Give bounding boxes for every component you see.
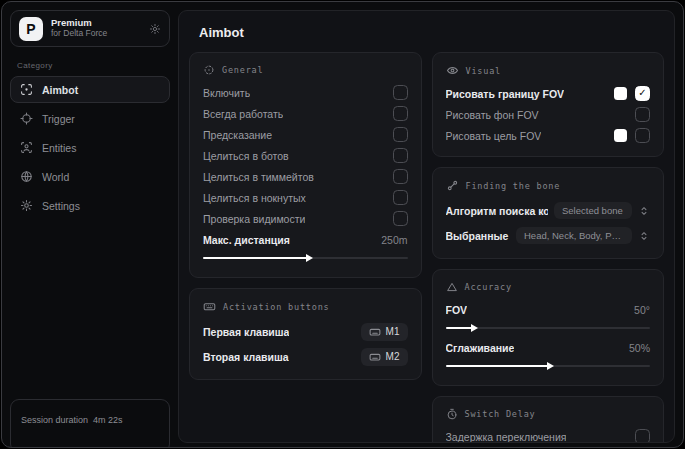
slider-value: 50% bbox=[629, 342, 650, 354]
checkbox[interactable] bbox=[393, 127, 408, 142]
visual-card: Visual Рисовать границу FOV ✓ Рисовать ф… bbox=[432, 52, 665, 157]
keyboard-icon bbox=[369, 326, 381, 338]
session-duration-value: 4m 22s bbox=[93, 415, 123, 448]
accuracy-card: Accuracy FOV 50° Сглаживание 50% bbox=[432, 269, 665, 386]
general-card: General Включить Всегда работать Предска… bbox=[189, 52, 422, 278]
unfold-icon[interactable] bbox=[638, 230, 650, 242]
sidebar-item-aimbot[interactable]: Aimbot bbox=[10, 76, 170, 103]
session-duration-box: Session duration 4m 22s bbox=[10, 399, 170, 448]
sidebar-item-label: World bbox=[42, 171, 69, 183]
sidebar-item-trigger[interactable]: Trigger bbox=[10, 105, 170, 132]
session-duration-label: Session duration bbox=[21, 415, 88, 448]
color-swatch[interactable] bbox=[614, 87, 627, 100]
activation-buttons-card: Activation buttons Первая клавиша M1 Вто… bbox=[189, 288, 422, 380]
keybind-row: Первая клавиша M1 bbox=[203, 319, 408, 344]
toggle-label: Предсказание bbox=[203, 129, 272, 141]
user-scan-icon bbox=[20, 141, 33, 154]
toggle-row: Рисовать фон FOV bbox=[446, 104, 651, 125]
checkbox[interactable] bbox=[635, 107, 650, 122]
premium-card: P Premium for Delta Force bbox=[10, 10, 170, 47]
selected-bones-select[interactable]: Head, Neck, Body, Pe... bbox=[516, 227, 632, 244]
category-label: Category bbox=[17, 61, 170, 70]
checkbox[interactable] bbox=[393, 211, 408, 226]
slider-label: Макс. дистанция bbox=[203, 234, 290, 246]
main-panel: Aimbot General Включить Вс bbox=[178, 10, 675, 443]
slider-handle[interactable] bbox=[547, 362, 554, 370]
slider-handle[interactable] bbox=[471, 324, 478, 332]
sidebar-item-label: Settings bbox=[42, 200, 80, 212]
slider-value: 50° bbox=[634, 304, 650, 316]
app-logo: P bbox=[19, 17, 43, 41]
right-column: Visual Рисовать границу FOV ✓ Рисовать ф… bbox=[432, 52, 665, 443]
toggle-label: Рисовать границу FOV bbox=[446, 88, 565, 100]
app-window: P Premium for Delta Force Category Aimbo… bbox=[1, 1, 684, 448]
checkbox[interactable] bbox=[393, 148, 408, 163]
fov-slider[interactable] bbox=[446, 322, 651, 334]
max-distance-slider[interactable] bbox=[203, 252, 408, 264]
toggle-row: Рисовать цель FOV bbox=[446, 125, 651, 146]
premium-subtitle: for Delta Force bbox=[51, 29, 141, 39]
toggle-row: Целиться в нокнутых bbox=[203, 187, 408, 208]
unfold-icon[interactable] bbox=[638, 205, 650, 217]
slider-value: 250m bbox=[381, 234, 407, 246]
keybind-value: M1 bbox=[386, 326, 400, 337]
select-row: Выбранные кос Head, Neck, Body, Pe... bbox=[446, 223, 651, 248]
sidebar-item-settings[interactable]: Settings bbox=[10, 192, 170, 219]
checkbox[interactable]: ✓ bbox=[635, 86, 650, 101]
toggle-label: Всегда работать bbox=[203, 108, 283, 120]
checkbox[interactable] bbox=[635, 429, 650, 443]
toggle-row: Целиться в ботов bbox=[203, 145, 408, 166]
checkbox[interactable] bbox=[635, 128, 650, 143]
select-label: Выбранные кос bbox=[446, 230, 511, 242]
keybind-button[interactable]: M2 bbox=[361, 348, 408, 366]
sidebar-item-label: Trigger bbox=[42, 113, 75, 125]
keybind-label: Первая клавиша bbox=[203, 326, 289, 338]
switch-delay-card: Switch Delay Задержка переключения Задер… bbox=[432, 396, 665, 443]
color-swatch[interactable] bbox=[614, 129, 627, 142]
checkbox[interactable] bbox=[393, 106, 408, 121]
keyboard-icon bbox=[369, 351, 381, 363]
eye-icon bbox=[446, 64, 459, 77]
gear-icon[interactable] bbox=[149, 23, 161, 35]
toggle-row: Предсказание bbox=[203, 124, 408, 145]
slider-label: Сглаживание bbox=[446, 342, 515, 354]
toggle-row: Задержка переключения bbox=[446, 426, 651, 443]
slider-label: FOV bbox=[446, 304, 468, 316]
keybind-label: Вторая клавиша bbox=[203, 351, 289, 363]
sidebar-item-entities[interactable]: Entities bbox=[10, 134, 170, 161]
aimbot-scan-icon bbox=[20, 83, 33, 96]
sidebar-item-label: Entities bbox=[42, 142, 76, 154]
card-title: Visual bbox=[466, 66, 502, 76]
slider-handle[interactable] bbox=[306, 254, 313, 262]
toggle-row: Всегда работать bbox=[203, 103, 408, 124]
checkbox[interactable] bbox=[393, 85, 408, 100]
toggle-row: Целиться в тиммейтов bbox=[203, 166, 408, 187]
select-row: Алгоритм поиска кост Selected bone bbox=[446, 198, 651, 223]
keyboard-icon bbox=[203, 300, 216, 313]
toggle-row: Проверка видимости bbox=[203, 208, 408, 229]
toggle-label: Целиться в ботов bbox=[203, 150, 289, 162]
card-title: Accuracy bbox=[465, 282, 512, 292]
smoothing-slider[interactable] bbox=[446, 360, 651, 372]
toggle-row: Включить bbox=[203, 82, 408, 103]
checkbox[interactable] bbox=[393, 190, 408, 205]
stopwatch-icon bbox=[446, 408, 458, 420]
slider-row-header: Сглаживание 50% bbox=[446, 337, 651, 358]
keybind-button[interactable]: M1 bbox=[361, 323, 408, 341]
sidebar-item-label: Aimbot bbox=[42, 84, 78, 96]
toggle-label: Задержка переключения bbox=[446, 431, 567, 443]
gear-icon bbox=[20, 199, 33, 212]
toggle-label: Целиться в тиммейтов bbox=[203, 171, 314, 183]
sidebar-item-world[interactable]: World bbox=[10, 163, 170, 190]
bone-algorithm-select[interactable]: Selected bone bbox=[554, 202, 632, 219]
toggle-label: Рисовать цель FOV bbox=[446, 130, 542, 142]
toggle-label: Проверка видимости bbox=[203, 213, 305, 225]
checkbox[interactable] bbox=[393, 169, 408, 184]
keybind-value: M2 bbox=[386, 351, 400, 362]
sidebar: P Premium for Delta Force Category Aimbo… bbox=[2, 2, 178, 447]
toggle-label: Рисовать фон FOV bbox=[446, 109, 539, 121]
globe-icon bbox=[20, 170, 33, 183]
target-dashed-icon bbox=[203, 64, 215, 76]
triangle-icon bbox=[446, 281, 458, 293]
page-title: Aimbot bbox=[199, 25, 664, 40]
